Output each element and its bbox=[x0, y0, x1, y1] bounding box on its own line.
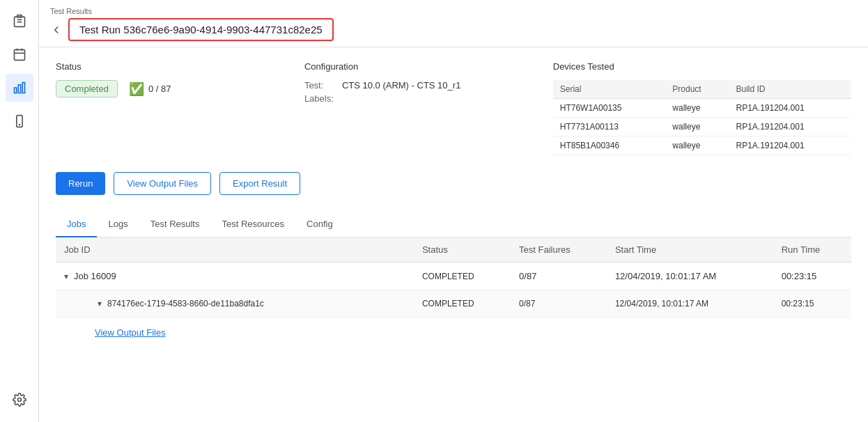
pass-count-value: 0 / 87 bbox=[148, 84, 171, 94]
device-serial: HT76W1A00135 bbox=[553, 99, 666, 118]
col-start-time: Start Time bbox=[607, 237, 773, 263]
back-button[interactable] bbox=[50, 24, 63, 36]
job-run-time: 00:23:15 bbox=[773, 263, 851, 290]
sub-job-failures: 0/87 bbox=[511, 290, 607, 318]
table-row: ▾ Job 16009 COMPLETED 0/87 12/04/2019, 1… bbox=[56, 263, 851, 290]
devices-col-build: Build ID bbox=[729, 80, 851, 99]
tab-logs[interactable]: Logs bbox=[97, 212, 139, 237]
pass-count: ✅ 0 / 87 bbox=[129, 81, 171, 97]
device-build: RP1A.191204.001 bbox=[729, 118, 851, 136]
config-test-value: CTS 10.0 (ARM) - CTS 10_r1 bbox=[342, 80, 461, 91]
export-result-button[interactable]: Export Result bbox=[219, 172, 300, 195]
chevron-icon[interactable]: ▾ bbox=[64, 272, 68, 281]
col-test-failures: Test Failures bbox=[511, 237, 607, 263]
job-id-cell: ▾ Job 16009 bbox=[56, 263, 414, 290]
sub-job-status: COMPLETED bbox=[414, 290, 511, 318]
info-section: Status Completed ✅ 0 / 87 Configuration … bbox=[56, 61, 851, 155]
devices-table: Serial Product Build ID HT76W1A00135 wal… bbox=[553, 80, 851, 155]
config-block: Configuration Test: CTS 10.0 (ARM) - CTS… bbox=[304, 61, 553, 155]
tab-test-resources[interactable]: Test Resources bbox=[210, 212, 295, 237]
status-title: Status bbox=[56, 61, 304, 72]
col-job-id: Job ID bbox=[56, 237, 414, 263]
breadcrumb: Test Results bbox=[50, 7, 854, 15]
view-output-button[interactable]: View Output Files bbox=[114, 172, 211, 195]
devices-col-serial: Serial bbox=[553, 80, 666, 99]
content-area: Status Completed ✅ 0 / 87 Configuration … bbox=[39, 47, 868, 422]
table-row: ▾ 874176ec-1719-4583-8660-de11ba8dfa1c C… bbox=[56, 290, 851, 318]
svg-rect-10 bbox=[22, 83, 24, 93]
tab-config[interactable]: Config bbox=[295, 212, 344, 237]
devices-title: Devices Tested bbox=[553, 61, 851, 72]
svg-point-13 bbox=[17, 398, 21, 402]
sidebar-item-settings[interactable] bbox=[6, 386, 33, 414]
sub-job-start-time: 12/04/2019, 10:01:17 AM bbox=[607, 290, 773, 318]
table-row: HT76W1A00135 walleye RP1A.191204.001 bbox=[553, 99, 851, 118]
config-test-label: Test: bbox=[304, 80, 338, 91]
main-content: Test Results Test Run 536c76e6-9a90-4914… bbox=[39, 0, 868, 422]
sidebar bbox=[0, 0, 39, 422]
sidebar-item-calendar[interactable] bbox=[6, 40, 33, 68]
job-id-label: Job 16009 bbox=[74, 271, 116, 281]
job-failures: 0/87 bbox=[511, 263, 607, 290]
device-serial: HT7731A00113 bbox=[553, 118, 666, 136]
view-output-row: View Output Files bbox=[56, 318, 851, 354]
rerun-button[interactable]: Rerun bbox=[56, 172, 105, 195]
device-serial: HT85B1A00346 bbox=[553, 136, 666, 155]
check-circle-icon: ✅ bbox=[129, 81, 144, 97]
sub-job-id-cell: ▾ 874176ec-1719-4583-8660-de11ba8dfa1c bbox=[56, 290, 414, 318]
tab-test-results[interactable]: Test Results bbox=[139, 212, 211, 237]
devices-col-product: Product bbox=[665, 80, 729, 99]
sub-chevron-icon[interactable]: ▾ bbox=[98, 299, 102, 308]
sub-job-run-time: 00:23:15 bbox=[773, 290, 851, 318]
device-build: RP1A.191204.001 bbox=[729, 136, 851, 155]
action-row: Rerun View Output Files Export Result bbox=[56, 172, 851, 195]
device-build: RP1A.191204.001 bbox=[729, 99, 851, 118]
test-run-id: Test Run 536c76e6-9a90-4914-9903-447731c… bbox=[68, 18, 334, 41]
col-status: Status bbox=[414, 237, 511, 263]
svg-rect-9 bbox=[18, 85, 20, 93]
svg-rect-4 bbox=[14, 49, 24, 60]
devices-block: Devices Tested Serial Product Build ID H… bbox=[553, 61, 851, 155]
sub-job-id-label: 874176ec-1719-4583-8660-de11ba8dfa1c bbox=[107, 299, 264, 308]
device-product: walleye bbox=[665, 136, 729, 155]
status-badge: Completed bbox=[56, 80, 118, 97]
status-block: Status Completed ✅ 0 / 87 bbox=[56, 61, 304, 155]
device-product: walleye bbox=[665, 99, 729, 118]
top-bar: Test Results Test Run 536c76e6-9a90-4914… bbox=[39, 0, 868, 47]
tabs-row: JobsLogsTest ResultsTest ResourcesConfig bbox=[56, 212, 851, 237]
sidebar-item-chart[interactable] bbox=[6, 74, 33, 102]
sidebar-item-clipboard[interactable] bbox=[6, 7, 33, 35]
job-status: COMPLETED bbox=[414, 263, 511, 290]
jobs-table: Job ID Status Test Failures Start Time R… bbox=[56, 237, 851, 353]
col-run-time: Run Time bbox=[773, 237, 851, 263]
job-start-time: 12/04/2019, 10:01:17 AM bbox=[607, 263, 773, 290]
tab-jobs[interactable]: Jobs bbox=[56, 212, 97, 237]
svg-rect-8 bbox=[14, 88, 16, 93]
config-title: Configuration bbox=[304, 61, 553, 72]
device-product: walleye bbox=[665, 118, 729, 136]
table-row: HT85B1A00346 walleye RP1A.191204.001 bbox=[553, 136, 851, 155]
sidebar-item-phone[interactable] bbox=[6, 107, 33, 135]
table-row: HT7731A00113 walleye RP1A.191204.001 bbox=[553, 118, 851, 136]
view-output-files-link[interactable]: View Output Files bbox=[56, 320, 851, 345]
config-labels-label: Labels: bbox=[304, 93, 338, 104]
